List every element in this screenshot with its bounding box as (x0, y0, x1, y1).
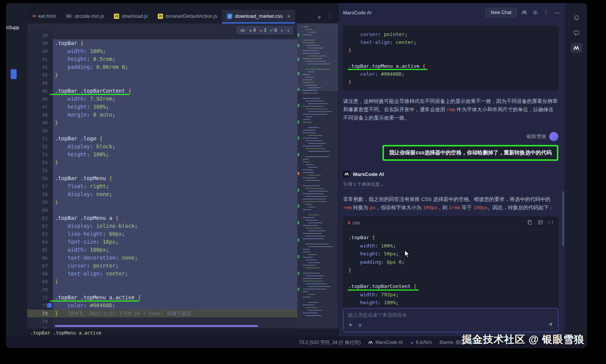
line-number[interactable]: 60 (27, 206, 53, 214)
caret-position[interactable]: 73:2 (510 字符, 34 行 换行符) (299, 339, 360, 346)
highlight-level-eye-icon[interactable] (240, 28, 246, 33)
line-number[interactable]: 72 (27, 302, 53, 310)
code-line-42[interactable]: 42 padding: 0.06rem 0; (27, 63, 338, 71)
line-number[interactable]: 68 (27, 270, 53, 278)
code-line-57[interactable]: 57 float: right; (27, 182, 338, 190)
breadcrumb[interactable]: .topBar .topMenu a.active (27, 328, 338, 337)
line-number[interactable]: 66 (27, 254, 53, 262)
hash-command-icon[interactable]: # (359, 322, 362, 328)
weak-warning-count[interactable]: ▲3 (259, 28, 266, 33)
code-line-53[interactable]: 53 height: 100%; (27, 151, 338, 159)
code-line-74[interactable]: 74 (27, 317, 338, 325)
reference-link[interactable]: 引用 1 个相关信息 › (343, 181, 558, 188)
prev-problem-icon[interactable]: ∧ (280, 28, 283, 33)
code-line-49[interactable]: 49} (27, 119, 338, 127)
code-line-70[interactable]: 70 (27, 286, 338, 294)
hidden-tabs-chevron-icon[interactable]: ∨ (317, 14, 321, 20)
line-number[interactable]: 63 (27, 230, 53, 238)
line-number[interactable]: 71 (27, 294, 53, 302)
line-number[interactable]: 38 (27, 31, 53, 39)
code-line-41[interactable]: 41 height: 0.5rem; (27, 55, 338, 63)
line-number[interactable]: 51 (27, 135, 53, 143)
line-number[interactable]: 75 (27, 325, 53, 328)
code-line-44[interactable]: 44 (27, 79, 338, 87)
chat-scrollbar[interactable] (562, 191, 564, 246)
code-line-71[interactable]: 71.topBar .topMenu a.active { (27, 294, 338, 302)
line-number[interactable]: 40 (27, 47, 53, 55)
code-line-72[interactable]: 72 color: #08408D; (27, 302, 338, 310)
line-number[interactable]: 45 (27, 87, 53, 95)
line-number[interactable]: 61 (27, 214, 53, 222)
warning-count[interactable]: ▲9 (249, 28, 256, 33)
code-line-65[interactable]: 65 width: 100px; (27, 246, 338, 254)
line-number[interactable]: 62 (27, 222, 53, 230)
line-number[interactable]: 52 (27, 143, 53, 151)
line-number[interactable]: 54 (27, 159, 53, 166)
code-line-51[interactable]: 51.topBar .logo { (27, 135, 338, 143)
sparkle-icon[interactable] (348, 322, 353, 329)
code-line-60[interactable]: 60 (27, 206, 338, 214)
marscode-tool-icon[interactable] (571, 43, 582, 53)
close-tab-icon[interactable]: × (287, 13, 290, 19)
new-chat-button[interactable]: New Chat (485, 8, 517, 17)
line-number[interactable]: 69 (27, 278, 53, 286)
line-number[interactable]: 53 (27, 151, 53, 159)
code-line-55[interactable]: 55 (27, 166, 338, 174)
chat-input[interactable]: 输入消息或者"/"来选择指令 # (343, 308, 558, 332)
insert-code-icon[interactable] (538, 219, 543, 226)
code-line-47[interactable]: 47 height: 100%; (27, 103, 338, 111)
code-line-67[interactable]: 67 cursor: pointer; (27, 262, 338, 270)
line-number[interactable]: 74 (27, 317, 53, 325)
code-line-50[interactable]: 50 (27, 127, 338, 135)
code-line-68[interactable]: 68 text-align: center; (27, 270, 338, 278)
line-number[interactable]: 64 (27, 238, 53, 246)
code-line-45[interactable]: 45.topBar .topBarContent { (27, 87, 338, 95)
code-line-64[interactable]: 64 font-size: 18px; (27, 238, 338, 246)
line-number[interactable]: 47 (27, 103, 53, 111)
line-number[interactable]: 49 (27, 119, 53, 127)
line-number[interactable]: 43 (27, 71, 53, 79)
code-line-40[interactable]: 40 width: 100%; (27, 47, 338, 55)
line-number[interactable]: 67 (27, 262, 53, 270)
hide-panel-icon[interactable]: — (554, 9, 561, 16)
code-line-61[interactable]: 61.topBar .topMenu a { (27, 214, 338, 222)
line-number[interactable]: 50 (27, 127, 53, 135)
minimap-viewport[interactable] (297, 23, 338, 91)
code-line-62[interactable]: 62 display: inline-block; (27, 222, 338, 230)
share-icon[interactable] (521, 9, 528, 16)
line-number[interactable]: 46 (27, 95, 53, 103)
passed-count[interactable]: ✔8 (270, 28, 277, 33)
code-line-48[interactable]: 48 margin: 0 auto; (27, 111, 338, 119)
line-number[interactable]: 56 (27, 174, 53, 182)
tab-options-icon[interactable]: ⋮ (327, 14, 332, 20)
code-line-54[interactable]: 54} (27, 159, 338, 166)
code-line-58[interactable]: 58 display: none; (27, 190, 338, 198)
bookmark-icon[interactable] (47, 303, 52, 308)
inspections-widget[interactable]: ▲9 ▲3 ✔8 ∧ ∨ (236, 26, 294, 35)
line-number[interactable]: 58 (27, 190, 53, 198)
line-number[interactable]: 39 (27, 39, 53, 47)
tab-download_market.css[interactable]: #download_market.css× (222, 10, 295, 23)
tab-qrcode.min.js[interactable]: 101qrcode.min.js (61, 10, 109, 23)
code-line-69[interactable]: 69} (27, 278, 338, 286)
settings-gear-icon[interactable] (532, 9, 539, 16)
line-number[interactable]: 70 (27, 286, 53, 294)
line-number[interactable]: 41 (27, 55, 53, 63)
copy-code-icon[interactable] (527, 219, 533, 226)
line-number[interactable]: 59 (27, 198, 53, 206)
code-line-63[interactable]: 63 line-height: 60px; (27, 230, 338, 238)
code-line-56[interactable]: 56.topBar .topMenu { (27, 174, 338, 182)
code-line-73[interactable]: 73}胡鸿飞, 2021/2/22 下午9:16 • feat: 商城下载页 (27, 310, 338, 317)
code-line-46[interactable]: 46 width: 7.92rem; (27, 95, 338, 103)
view-diff-icon[interactable] (548, 219, 554, 226)
line-number[interactable]: 48 (27, 111, 53, 119)
code-line-39[interactable]: 39.topBar { (27, 39, 338, 47)
minimap[interactable] (297, 23, 338, 328)
line-number[interactable]: 65 (27, 246, 53, 254)
tab-browserDefaultAction.js[interactable]: JSbrowserDefaultAction.js (153, 10, 222, 23)
send-icon[interactable] (547, 321, 553, 329)
status-problems[interactable]: ▲ 6 Δ/N/A (410, 340, 432, 345)
next-problem-icon[interactable]: ∨ (287, 28, 290, 33)
ai-assistant-icon[interactable] (571, 28, 582, 38)
line-number[interactable]: 55 (27, 166, 53, 174)
